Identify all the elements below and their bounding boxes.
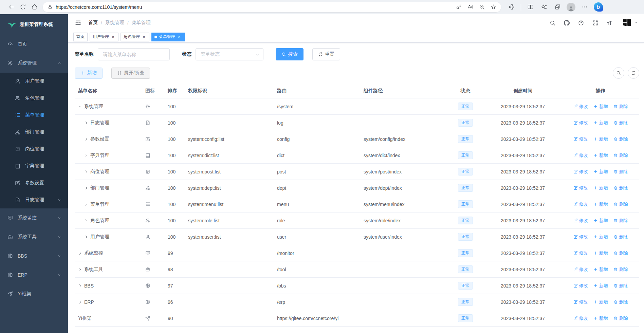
add-button[interactable]: 新增	[75, 68, 103, 79]
header-search-icon[interactable]	[549, 19, 556, 26]
profile-avatar-icon[interactable]	[565, 1, 577, 13]
row-expand-toggle[interactable]	[78, 283, 84, 288]
tab-3[interactable]: 菜单管理 ×	[151, 33, 185, 41]
tab-close-icon[interactable]: ×	[142, 35, 146, 39]
collections-icon[interactable]	[552, 1, 563, 13]
favorite-star-icon[interactable]	[488, 2, 498, 12]
add-action[interactable]: 新增	[593, 169, 608, 175]
edit-action[interactable]: 修改	[573, 169, 588, 175]
add-action[interactable]: 新增	[593, 250, 608, 256]
user-menu[interactable]	[622, 18, 638, 28]
expand-collapse-button[interactable]: 展开/折叠	[111, 68, 150, 79]
delete-action[interactable]: 删除	[613, 283, 628, 289]
edit-action[interactable]: 修改	[573, 201, 588, 207]
app-logo[interactable]: 意框架管理系统	[0, 14, 68, 35]
home-icon[interactable]	[29, 1, 40, 13]
delete-action[interactable]: 删除	[613, 169, 628, 175]
zoom-out-icon[interactable]	[477, 2, 487, 12]
tab-0[interactable]: 首页	[73, 33, 88, 41]
add-action[interactable]: 新增	[593, 104, 608, 110]
more-settings-icon[interactable]	[579, 1, 590, 13]
tab-close-icon[interactable]: ×	[111, 35, 115, 39]
row-expand-toggle[interactable]	[84, 186, 90, 190]
add-action[interactable]: 新增	[593, 201, 608, 207]
row-expand-toggle[interactable]	[78, 267, 84, 272]
delete-action[interactable]: 删除	[613, 315, 628, 321]
tab-2[interactable]: 角色管理 ×	[121, 33, 149, 41]
delete-action[interactable]: 删除	[613, 234, 628, 240]
row-expand-toggle[interactable]	[84, 202, 90, 207]
delete-action[interactable]: 删除	[613, 201, 628, 207]
row-expand-toggle[interactable]	[78, 300, 84, 304]
delete-action[interactable]: 删除	[613, 120, 628, 126]
edit-action[interactable]: 修改	[573, 315, 588, 321]
add-action[interactable]: 新增	[593, 185, 608, 191]
sidebar-item-12[interactable]: BBS	[0, 246, 68, 265]
sidebar-item-13[interactable]: ERP	[0, 265, 68, 284]
add-action[interactable]: 新增	[593, 299, 608, 305]
sidebar-item-3[interactable]: 角色管理	[0, 90, 68, 107]
add-action[interactable]: 新增	[593, 315, 608, 321]
delete-action[interactable]: 删除	[613, 152, 628, 159]
back-icon[interactable]	[5, 1, 17, 13]
sidebar-item-8[interactable]: 参数设置	[0, 174, 68, 191]
status-select[interactable]: 菜单状态	[196, 48, 263, 60]
bing-chat-icon[interactable]: b	[592, 1, 604, 13]
reset-button[interactable]: 重置	[312, 48, 340, 60]
edit-action[interactable]: 修改	[573, 136, 588, 142]
add-action[interactable]: 新增	[593, 152, 608, 159]
add-action[interactable]: 新增	[593, 120, 608, 126]
tab-close-icon[interactable]: ×	[177, 35, 182, 39]
question-help-icon[interactable]	[577, 19, 585, 26]
row-expand-toggle[interactable]	[84, 235, 90, 239]
favorites-hub-icon[interactable]	[538, 1, 550, 13]
fold-menu-icon[interactable]	[74, 19, 82, 27]
edit-action[interactable]: 修改	[573, 283, 588, 289]
sidebar-item-11[interactable]: 系统工具	[0, 227, 68, 246]
delete-action[interactable]: 删除	[613, 136, 628, 142]
sidebar-item-2[interactable]: 用户管理	[0, 73, 68, 90]
sidebar-item-14[interactable]: Yi框架	[0, 284, 68, 303]
toggle-search-button[interactable]	[613, 67, 624, 79]
tab-1[interactable]: 用户管理 ×	[90, 33, 118, 41]
split-screen-icon[interactable]	[525, 1, 536, 13]
delete-action[interactable]: 删除	[613, 104, 628, 110]
fullscreen-icon[interactable]	[591, 19, 599, 26]
address-bar[interactable]: https://ccnetcore.com:1101/system/menu	[43, 2, 501, 12]
row-expand-toggle[interactable]	[84, 218, 90, 223]
delete-action[interactable]: 删除	[613, 266, 628, 273]
sidebar-item-9[interactable]: 日志管理	[0, 191, 68, 208]
row-expand-toggle[interactable]	[78, 251, 84, 256]
url-text[interactable]: https://ccnetcore.com:1101/system/menu	[56, 4, 454, 10]
sidebar-item-4[interactable]: 菜单管理	[0, 107, 68, 124]
font-size-icon[interactable]	[606, 19, 613, 26]
add-action[interactable]: 新增	[593, 234, 608, 240]
delete-action[interactable]: 删除	[613, 185, 628, 191]
sidebar-item-6[interactable]: 岗位管理	[0, 141, 68, 158]
add-action[interactable]: 新增	[593, 136, 608, 142]
add-action[interactable]: 新增	[593, 266, 608, 273]
breadcrumb-item[interactable]: 系统管理	[105, 20, 124, 26]
edit-action[interactable]: 修改	[573, 234, 588, 240]
add-action[interactable]: 新增	[593, 283, 608, 289]
sidebar-item-7[interactable]: 字典管理	[0, 158, 68, 174]
sidebar-item-10[interactable]: 系统监控	[0, 208, 68, 227]
edit-action[interactable]: 修改	[573, 299, 588, 305]
menu-name-input[interactable]	[98, 48, 170, 60]
add-action[interactable]: 新增	[593, 218, 608, 224]
edit-action[interactable]: 修改	[573, 120, 588, 126]
row-expand-toggle[interactable]	[84, 169, 90, 174]
row-expand-toggle[interactable]	[84, 121, 90, 125]
delete-action[interactable]: 删除	[613, 250, 628, 256]
edit-action[interactable]: 修改	[573, 218, 588, 224]
edit-action[interactable]: 修改	[573, 185, 588, 191]
refresh-table-button[interactable]	[628, 67, 639, 79]
edit-action[interactable]: 修改	[573, 266, 588, 273]
search-button[interactable]: 搜索	[276, 48, 303, 60]
password-key-icon[interactable]	[454, 2, 464, 12]
row-expand-toggle[interactable]	[84, 137, 90, 142]
edit-action[interactable]: 修改	[573, 104, 588, 110]
sidebar-item-0[interactable]: 首页	[0, 35, 68, 54]
github-icon[interactable]	[563, 19, 570, 26]
delete-action[interactable]: 删除	[613, 218, 628, 224]
